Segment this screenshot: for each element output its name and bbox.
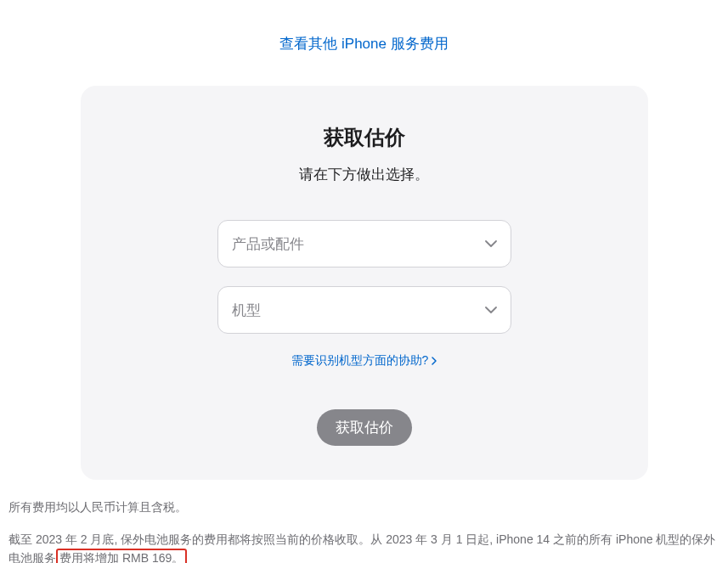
chevron-right-icon	[432, 357, 437, 365]
get-estimate-button[interactable]: 获取估价	[317, 409, 412, 446]
card-title: 获取估价	[115, 124, 614, 151]
footer-line-2: 截至 2023 年 2 月底, 保外电池服务的费用都将按照当前的价格收取。从 2…	[8, 531, 720, 563]
footer-notes: 所有费用均以人民币计算且含税。 截至 2023 年 2 月底, 保外电池服务的费…	[0, 480, 728, 563]
footer-line-1: 所有费用均以人民币计算且含税。	[8, 498, 720, 515]
help-link-text: 需要识别机型方面的协助?	[291, 353, 429, 369]
estimate-card: 获取估价 请在下方做出选择。 产品或配件 机型 需要识别机型方面的协助?	[81, 86, 648, 480]
model-select-placeholder: 机型	[232, 301, 261, 320]
card-subtitle: 请在下方做出选择。	[115, 165, 614, 184]
chevron-down-icon	[485, 307, 497, 313]
chevron-down-icon	[485, 240, 497, 247]
product-select[interactable]: 产品或配件	[217, 220, 511, 267]
view-other-services-link[interactable]: 查看其他 iPhone 服务费用	[0, 34, 728, 53]
price-increase-highlight: 费用将增加 RMB 169。	[56, 549, 187, 563]
model-select[interactable]: 机型	[217, 286, 511, 334]
product-select-placeholder: 产品或配件	[232, 234, 304, 254]
identify-model-help-link[interactable]: 需要识别机型方面的协助?	[291, 353, 437, 369]
